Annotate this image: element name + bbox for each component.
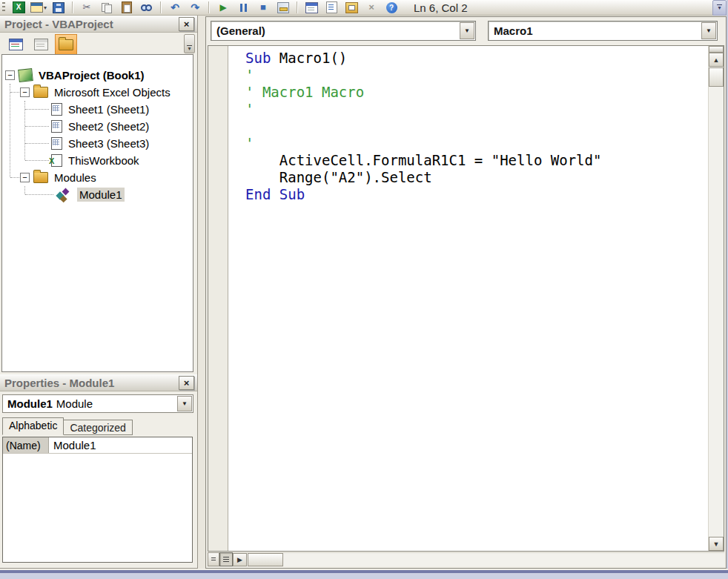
code-line: Sub Macro1() <box>245 50 709 67</box>
tree-item-vbaproject[interactable]: − VBAProject (Book1) <box>2 67 193 84</box>
property-name-cell: (Name) <box>3 437 49 453</box>
scroll-up-button[interactable]: ▲ <box>709 53 724 67</box>
help-icon: ? <box>386 2 397 13</box>
folder-icon <box>33 87 48 98</box>
break-button[interactable] <box>235 1 251 14</box>
combobox-dropdown-button[interactable]: ▼ <box>701 22 716 39</box>
object-browser-button[interactable] <box>343 1 360 14</box>
full-module-view-icon <box>223 557 229 562</box>
tree-connector-stub <box>10 177 19 178</box>
horizontal-scrollbar-thumb[interactable] <box>248 553 283 566</box>
paste-button[interactable] <box>119 1 135 14</box>
cut-icon: ✂ <box>83 2 91 13</box>
tree-item-excel-objects[interactable]: − Microsoft Excel Objects <box>2 84 193 101</box>
code-margin-indicator-bar[interactable] <box>208 46 228 551</box>
chevron-down-icon: ▾ <box>718 6 721 10</box>
project-toolbar-options-button[interactable]: ▾ <box>184 34 195 53</box>
tree-item-label: Sheet2 (Sheet2) <box>66 119 151 133</box>
tree-item-label: Sheet1 (Sheet1) <box>66 102 151 116</box>
worksheet-icon <box>51 137 62 150</box>
toolbar-drag-handle[interactable] <box>2 2 5 13</box>
code-window-bottom-bar: ◀ ▶ <box>208 552 724 566</box>
tree-item-sheet3[interactable]: Sheet3 (Sheet3) <box>2 135 193 152</box>
tree-item-modules[interactable]: − Modules <box>2 169 193 186</box>
vertical-scrollbar-thumb[interactable] <box>709 67 724 87</box>
project-panel-header: Project - VBAProject × <box>0 16 197 33</box>
tree-item-label: Microsoft Excel Objects <box>52 85 173 99</box>
properties-tabs: Alphabetic Categorized <box>2 418 133 435</box>
undo-button[interactable]: ↶ <box>167 1 183 14</box>
properties-panel-close-button[interactable]: × <box>179 376 194 390</box>
procedure-view-button[interactable] <box>208 552 219 566</box>
vertical-scrollbar[interactable]: ▲ ▼ <box>708 46 724 551</box>
view-microsoft-excel-button[interactable]: X <box>10 1 27 14</box>
redo-button[interactable]: ↷ <box>187 1 203 14</box>
scroll-right-button[interactable]: ▶ <box>233 553 247 566</box>
toggle-folders-button[interactable] <box>55 34 77 55</box>
vba-editor-window: X ▾ ✂ ↶ ↷ ▶ ■ × ? Ln 6, Col 2 ▾ Project … <box>0 0 728 579</box>
copy-button[interactable] <box>99 1 115 14</box>
reset-button[interactable]: ■ <box>255 1 271 14</box>
full-module-view-button[interactable] <box>219 552 233 566</box>
design-mode-button[interactable] <box>275 1 291 14</box>
properties-grid: (Name) Module1 <box>2 437 193 563</box>
tree-item-thisworkbook[interactable]: ThisWorkbook <box>2 152 193 169</box>
worksheet-icon <box>51 103 62 116</box>
property-row-name[interactable]: (Name) Module1 <box>3 437 192 454</box>
view-code-button[interactable] <box>4 34 27 55</box>
find-button[interactable] <box>139 1 155 14</box>
code-line <box>245 118 709 135</box>
scroll-down-button[interactable]: ▼ <box>709 537 724 551</box>
find-icon <box>141 3 153 12</box>
procedure-dropdown-value: Macro1 <box>494 24 533 37</box>
code-editor[interactable]: Sub Macro1() ' ' Macro1 Macro ' ' Active… <box>208 45 724 552</box>
project-panel-close-button[interactable]: × <box>179 17 194 31</box>
combobox-dropdown-button[interactable]: ▼ <box>177 396 192 411</box>
code-line: ActiveCell.FormulaR1C1 = "Hello World" <box>245 152 709 169</box>
run-sub-button[interactable]: ▶ <box>215 1 231 14</box>
properties-window-button[interactable] <box>323 1 340 14</box>
workbook-icon <box>51 154 62 167</box>
help-button[interactable]: ? <box>383 1 400 14</box>
project-explorer-icon <box>305 2 318 13</box>
tree-connector-stub <box>10 92 19 93</box>
toolbox-button[interactable]: × <box>363 1 380 14</box>
toolbox-icon: × <box>368 2 374 13</box>
toolbar-separator <box>208 1 210 13</box>
view-object-button[interactable] <box>30 34 52 55</box>
cut-button[interactable]: ✂ <box>79 1 95 14</box>
tab-categorized[interactable]: Categorized <box>64 420 133 435</box>
property-value-cell[interactable]: Module1 <box>49 437 192 453</box>
object-selector-combobox[interactable]: Module1 Module ▼ <box>2 394 193 413</box>
procedure-dropdown[interactable]: Macro1 ▼ <box>488 21 718 41</box>
design-mode-icon <box>277 2 289 13</box>
run-icon: ▶ <box>219 2 226 13</box>
insert-userform-button[interactable]: ▾ <box>30 1 47 14</box>
properties-panel: Properties - Module1 × Module1 Module ▼ … <box>0 374 198 569</box>
dropdown-arrow-icon: ▾ <box>44 4 47 11</box>
tree-item-sheet1[interactable]: Sheet1 (Sheet1) <box>2 101 193 118</box>
toolbar-options-button[interactable]: ▾ <box>712 0 727 16</box>
tree-connector-stub <box>25 143 49 144</box>
collapse-expander-icon[interactable]: − <box>20 173 30 182</box>
copy-icon <box>102 3 112 13</box>
collapse-expander-icon[interactable]: − <box>20 87 30 97</box>
project-explorer-button[interactable] <box>303 1 320 14</box>
tree-item-module1[interactable]: Module1 <box>2 186 193 203</box>
split-box-handle[interactable] <box>709 46 724 53</box>
undo-icon: ↶ <box>171 2 179 13</box>
tab-alphabetic[interactable]: Alphabetic <box>2 417 64 435</box>
worksheet-icon <box>51 120 62 133</box>
save-button[interactable] <box>50 1 67 14</box>
tree-item-label-selected: Module1 <box>77 188 125 202</box>
combobox-dropdown-button[interactable]: ▼ <box>460 22 474 39</box>
horizontal-scrollbar[interactable]: ◀ ▶ <box>233 552 724 566</box>
tree-item-sheet2[interactable]: Sheet2 (Sheet2) <box>2 118 193 135</box>
userform-icon <box>30 2 43 13</box>
code-line: ' <box>245 67 709 84</box>
standard-toolbar: X ▾ ✂ ↶ ↷ ▶ ■ × ? Ln 6, Col 2 ▾ <box>0 0 728 16</box>
selected-object-name: Module1 <box>7 397 53 410</box>
project-panel-title: Project - VBAProject <box>4 18 113 30</box>
object-dropdown[interactable]: (General) ▼ <box>211 21 476 41</box>
collapse-expander-icon[interactable]: − <box>5 70 15 80</box>
